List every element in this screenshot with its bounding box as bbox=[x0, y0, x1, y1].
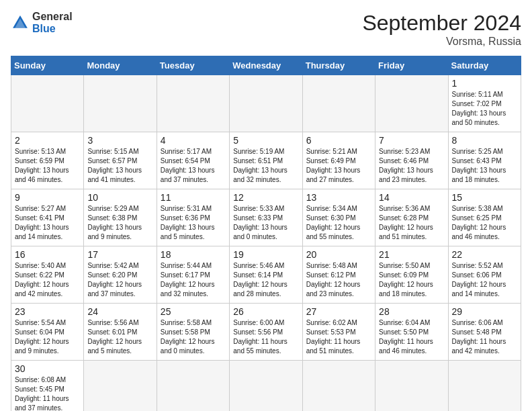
day-number: 5 bbox=[233, 135, 298, 146]
day-number: 24 bbox=[87, 306, 152, 317]
day-number: 29 bbox=[452, 306, 517, 317]
day-number: 9 bbox=[15, 192, 80, 203]
location: Vorsma, Russia bbox=[362, 36, 521, 48]
table-row: 25 Sunrise: 5:58 AMSunset: 5:58 PMDaylig… bbox=[157, 304, 229, 361]
day-info: Sunrise: 5:52 AMSunset: 6:06 PMDaylight:… bbox=[452, 261, 517, 299]
day-info: Sunrise: 5:48 AMSunset: 6:12 PMDaylight:… bbox=[306, 261, 371, 299]
day-info: Sunrise: 5:23 AMSunset: 6:46 PMDaylight:… bbox=[379, 147, 444, 185]
month-title: September 2024 bbox=[362, 11, 521, 36]
table-row: 16 Sunrise: 5:40 AMSunset: 6:22 PMDaylig… bbox=[11, 246, 84, 304]
table-row: 27 Sunrise: 6:02 AMSunset: 5:53 PMDaylig… bbox=[302, 304, 375, 361]
table-row: 14 Sunrise: 5:36 AMSunset: 6:28 PMDaylig… bbox=[375, 189, 448, 246]
day-number: 16 bbox=[15, 249, 80, 260]
day-info: Sunrise: 6:06 AMSunset: 5:48 PMDaylight:… bbox=[452, 318, 517, 356]
table-row: 8 Sunrise: 5:25 AMSunset: 6:43 PMDayligh… bbox=[448, 132, 521, 189]
day-info: Sunrise: 5:44 AMSunset: 6:17 PMDaylight:… bbox=[161, 261, 226, 299]
week-row-6: 30 Sunrise: 6:08 AMSunset: 5:45 PMDaylig… bbox=[11, 361, 521, 412]
table-row: 18 Sunrise: 5:44 AMSunset: 6:17 PMDaylig… bbox=[157, 246, 229, 304]
table-row: 20 Sunrise: 5:48 AMSunset: 6:12 PMDaylig… bbox=[302, 246, 375, 304]
day-number: 30 bbox=[15, 363, 80, 374]
table-row: 9 Sunrise: 5:27 AMSunset: 6:41 PMDayligh… bbox=[11, 189, 84, 246]
day-info: Sunrise: 5:54 AMSunset: 6:04 PMDaylight:… bbox=[15, 318, 80, 356]
day-number: 26 bbox=[233, 306, 298, 317]
day-number: 25 bbox=[161, 306, 226, 317]
table-row: 2 Sunrise: 5:13 AMSunset: 6:59 PMDayligh… bbox=[11, 132, 84, 189]
day-number: 11 bbox=[161, 192, 226, 203]
day-info: Sunrise: 6:00 AMSunset: 5:56 PMDaylight:… bbox=[233, 318, 298, 356]
day-info: Sunrise: 5:19 AMSunset: 6:51 PMDaylight:… bbox=[233, 147, 298, 185]
calendar-table: Sunday Monday Tuesday Wednesday Thursday… bbox=[11, 56, 521, 411]
day-info: Sunrise: 5:58 AMSunset: 5:58 PMDaylight:… bbox=[161, 318, 226, 356]
week-row-1: 1 Sunrise: 5:11 AMSunset: 7:02 PMDayligh… bbox=[11, 75, 521, 132]
day-info: Sunrise: 5:21 AMSunset: 6:49 PMDaylight:… bbox=[306, 147, 371, 185]
header-tuesday: Tuesday bbox=[157, 56, 229, 75]
table-row bbox=[230, 361, 302, 412]
table-row: 21 Sunrise: 5:50 AMSunset: 6:09 PMDaylig… bbox=[375, 246, 448, 304]
table-row: 22 Sunrise: 5:52 AMSunset: 6:06 PMDaylig… bbox=[448, 246, 521, 304]
header-thursday: Thursday bbox=[302, 56, 375, 75]
day-info: Sunrise: 5:27 AMSunset: 6:41 PMDaylight:… bbox=[15, 204, 80, 242]
day-number: 12 bbox=[233, 192, 298, 203]
table-row: 5 Sunrise: 5:19 AMSunset: 6:51 PMDayligh… bbox=[230, 132, 302, 189]
day-info: Sunrise: 5:40 AMSunset: 6:22 PMDaylight:… bbox=[15, 261, 80, 299]
logo: General Blue bbox=[11, 11, 73, 34]
week-row-3: 9 Sunrise: 5:27 AMSunset: 6:41 PMDayligh… bbox=[11, 189, 521, 246]
day-info: Sunrise: 5:34 AMSunset: 6:30 PMDaylight:… bbox=[306, 204, 371, 242]
table-row bbox=[157, 361, 229, 412]
table-row: 19 Sunrise: 5:46 AMSunset: 6:14 PMDaylig… bbox=[230, 246, 302, 304]
day-info: Sunrise: 5:36 AMSunset: 6:28 PMDaylight:… bbox=[379, 204, 444, 242]
table-row bbox=[448, 361, 521, 412]
day-number: 7 bbox=[379, 135, 444, 146]
table-row: 17 Sunrise: 5:42 AMSunset: 6:20 PMDaylig… bbox=[84, 246, 157, 304]
day-number: 13 bbox=[306, 192, 371, 203]
logo-text: General Blue bbox=[32, 11, 73, 34]
table-row: 7 Sunrise: 5:23 AMSunset: 6:46 PMDayligh… bbox=[375, 132, 448, 189]
week-row-4: 16 Sunrise: 5:40 AMSunset: 6:22 PMDaylig… bbox=[11, 246, 521, 304]
day-info: Sunrise: 5:15 AMSunset: 6:57 PMDaylight:… bbox=[87, 147, 152, 185]
day-info: Sunrise: 5:13 AMSunset: 6:59 PMDaylight:… bbox=[15, 147, 80, 185]
table-row: 12 Sunrise: 5:33 AMSunset: 6:33 PMDaylig… bbox=[230, 189, 302, 246]
table-row bbox=[157, 75, 229, 132]
header-monday: Monday bbox=[84, 56, 157, 75]
day-number: 19 bbox=[233, 249, 298, 260]
table-row: 3 Sunrise: 5:15 AMSunset: 6:57 PMDayligh… bbox=[84, 132, 157, 189]
table-row: 10 Sunrise: 5:29 AMSunset: 6:38 PMDaylig… bbox=[84, 189, 157, 246]
day-number: 14 bbox=[379, 192, 444, 203]
table-row: 26 Sunrise: 6:00 AMSunset: 5:56 PMDaylig… bbox=[230, 304, 302, 361]
logo-icon bbox=[11, 13, 30, 32]
page-header: General Blue September 2024 Vorsma, Russ… bbox=[11, 11, 521, 48]
day-info: Sunrise: 5:38 AMSunset: 6:25 PMDaylight:… bbox=[452, 204, 517, 242]
header-friday: Friday bbox=[375, 56, 448, 75]
table-row bbox=[230, 75, 302, 132]
table-row: 11 Sunrise: 5:31 AMSunset: 6:36 PMDaylig… bbox=[157, 189, 229, 246]
table-row: 4 Sunrise: 5:17 AMSunset: 6:54 PMDayligh… bbox=[157, 132, 229, 189]
day-info: Sunrise: 5:50 AMSunset: 6:09 PMDaylight:… bbox=[379, 261, 444, 299]
day-number: 18 bbox=[161, 249, 226, 260]
table-row: 30 Sunrise: 6:08 AMSunset: 5:45 PMDaylig… bbox=[11, 361, 84, 412]
table-row bbox=[375, 361, 448, 412]
title-block: September 2024 Vorsma, Russia bbox=[362, 11, 521, 48]
header-row: Sunday Monday Tuesday Wednesday Thursday… bbox=[11, 56, 521, 75]
day-info: Sunrise: 5:42 AMSunset: 6:20 PMDaylight:… bbox=[87, 261, 152, 299]
day-number: 15 bbox=[452, 192, 517, 203]
day-number: 1 bbox=[452, 78, 517, 89]
day-number: 4 bbox=[161, 135, 226, 146]
table-row bbox=[302, 75, 375, 132]
table-row: 23 Sunrise: 5:54 AMSunset: 6:04 PMDaylig… bbox=[11, 304, 84, 361]
week-row-5: 23 Sunrise: 5:54 AMSunset: 6:04 PMDaylig… bbox=[11, 304, 521, 361]
header-wednesday: Wednesday bbox=[230, 56, 302, 75]
day-info: Sunrise: 6:04 AMSunset: 5:50 PMDaylight:… bbox=[379, 318, 444, 356]
day-info: Sunrise: 5:25 AMSunset: 6:43 PMDaylight:… bbox=[452, 147, 517, 185]
table-row bbox=[375, 75, 448, 132]
logo-general-text: General bbox=[32, 11, 73, 23]
day-number: 27 bbox=[306, 306, 371, 317]
day-number: 28 bbox=[379, 306, 444, 317]
day-info: Sunrise: 6:08 AMSunset: 5:45 PMDaylight:… bbox=[15, 375, 80, 411]
day-number: 20 bbox=[306, 249, 371, 260]
table-row bbox=[84, 75, 157, 132]
header-saturday: Saturday bbox=[448, 56, 521, 75]
day-info: Sunrise: 6:02 AMSunset: 5:53 PMDaylight:… bbox=[306, 318, 371, 356]
day-number: 22 bbox=[452, 249, 517, 260]
table-row bbox=[302, 361, 375, 412]
table-row: 15 Sunrise: 5:38 AMSunset: 6:25 PMDaylig… bbox=[448, 189, 521, 246]
